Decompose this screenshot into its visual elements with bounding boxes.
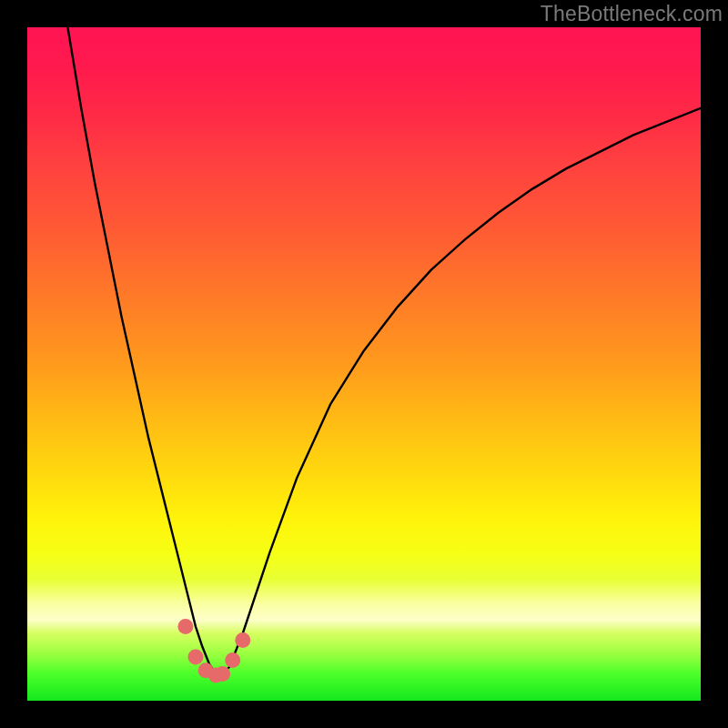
marker-dot — [225, 652, 240, 668]
min-markers — [177, 619, 250, 682]
marker-dot — [215, 666, 230, 682]
marker-dot — [235, 632, 250, 648]
bottleneck-curve — [67, 27, 701, 673]
plot-area — [27, 27, 701, 701]
chart-svg — [27, 27, 701, 701]
marker-dot — [177, 619, 193, 634]
watermark-text: TheBottleneck.com — [541, 2, 723, 26]
marker-dot — [188, 649, 204, 664]
curve-path — [67, 27, 701, 673]
chart-frame: TheBottleneck.com — [0, 0, 728, 728]
